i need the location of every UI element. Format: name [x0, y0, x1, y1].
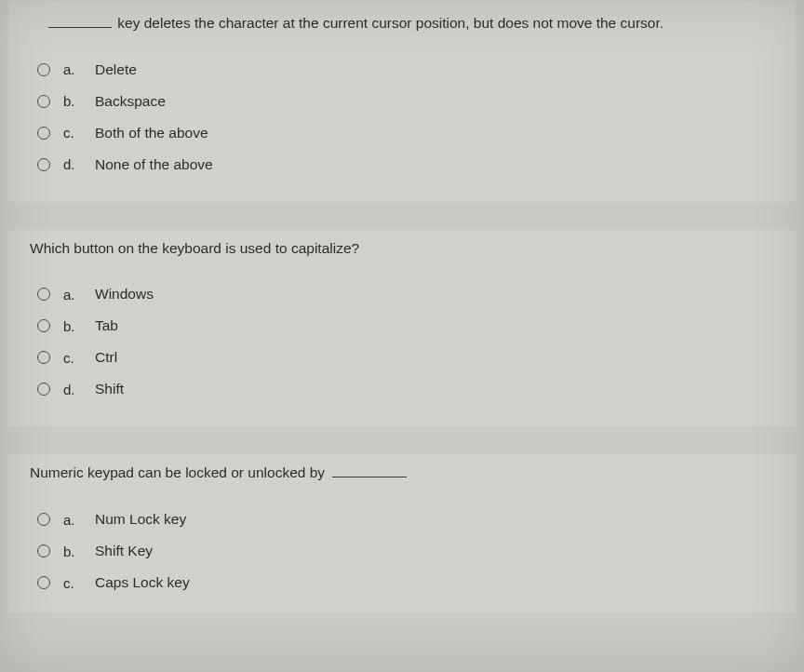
- option-row[interactable]: b. Tab: [30, 310, 774, 342]
- option-letter: b.: [63, 93, 82, 109]
- option-row[interactable]: c. Both of the above: [30, 117, 774, 149]
- radio-icon[interactable]: [37, 288, 50, 301]
- option-row[interactable]: a. Windows: [30, 278, 774, 310]
- radio-icon[interactable]: [37, 95, 50, 108]
- option-letter: a.: [63, 512, 82, 528]
- quiz-page: key deletes the character at the current…: [0, 0, 804, 672]
- question-text: Numeric keypad can be locked or unlocked…: [30, 463, 774, 483]
- option-row[interactable]: d. None of the above: [30, 149, 774, 181]
- question-text-content: key deletes the character at the current…: [117, 15, 663, 31]
- option-label: Delete: [95, 61, 137, 78]
- radio-icon[interactable]: [37, 351, 50, 364]
- option-letter: d.: [63, 382, 82, 397]
- question-block: Which button on the keyboard is used to …: [7, 229, 797, 428]
- question-text: Which button on the keyboard is used to …: [30, 238, 774, 259]
- option-row[interactable]: c. Caps Lock key: [30, 567, 774, 591]
- option-label: None of the above: [95, 156, 213, 173]
- radio-icon[interactable]: [37, 158, 50, 171]
- radio-icon[interactable]: [37, 63, 50, 76]
- fill-blank: [332, 466, 407, 477]
- option-row[interactable]: a. Delete: [30, 54, 774, 86]
- option-row[interactable]: c. Ctrl: [30, 342, 774, 373]
- option-label: Backspace: [95, 93, 166, 110]
- option-row[interactable]: a. Num Lock key: [30, 504, 774, 535]
- option-label: Shift Key: [95, 543, 153, 559]
- question-text: key deletes the character at the current…: [48, 13, 774, 34]
- radio-icon[interactable]: [37, 513, 50, 526]
- option-letter: c.: [63, 125, 82, 141]
- option-letter: c.: [63, 350, 82, 366]
- option-row[interactable]: b. Backspace: [30, 86, 774, 117]
- option-label: Both of the above: [95, 125, 208, 141]
- question-text-content: Numeric keypad can be locked or unlocked…: [30, 464, 325, 480]
- option-label: Caps Lock key: [95, 574, 190, 591]
- option-row[interactable]: d. Shift: [30, 373, 774, 405]
- option-label: Tab: [95, 317, 118, 334]
- option-letter: b.: [63, 544, 82, 559]
- option-letter: a.: [63, 287, 82, 302]
- option-row[interactable]: b. Shift Key: [30, 535, 774, 567]
- option-label: Shift: [95, 381, 124, 397]
- fill-blank: [48, 17, 112, 28]
- radio-icon[interactable]: [37, 576, 50, 589]
- question-text-content: Which button on the keyboard is used to …: [30, 240, 359, 256]
- option-letter: c.: [63, 575, 82, 591]
- option-letter: b.: [63, 318, 82, 334]
- question-block: key deletes the character at the current…: [7, 0, 797, 203]
- option-letter: d.: [63, 156, 82, 172]
- radio-icon[interactable]: [37, 319, 50, 332]
- radio-icon[interactable]: [37, 127, 50, 140]
- option-label: Windows: [95, 286, 154, 302]
- radio-icon[interactable]: [37, 544, 50, 558]
- option-label: Num Lock key: [95, 511, 186, 528]
- question-block: Numeric keypad can be locked or unlocked…: [7, 453, 797, 613]
- option-letter: a.: [63, 61, 82, 77]
- radio-icon[interactable]: [37, 383, 50, 396]
- option-label: Ctrl: [95, 349, 117, 366]
